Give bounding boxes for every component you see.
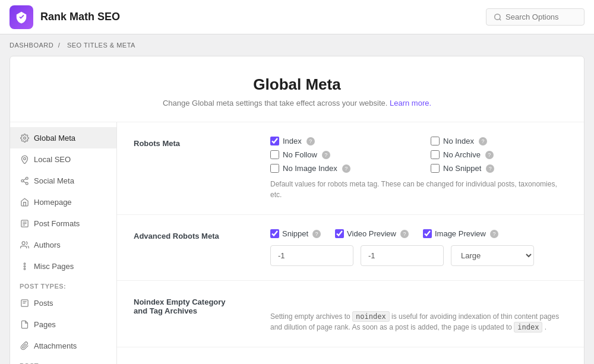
svg-point-13 [22, 241, 25, 244]
svg-line-7 [23, 181, 26, 182]
checkbox-no-archive-input[interactable] [431, 150, 440, 159]
main-container: Global Meta Change Global meta settings … [0, 56, 594, 364]
checkbox-no-snippet: No Snippet ? [431, 164, 567, 173]
users-icon [20, 240, 29, 249]
post-label: Post: [10, 356, 116, 364]
adv-snippet-help[interactable]: ? [312, 230, 321, 238]
adv-snippet-checkbox[interactable] [270, 229, 279, 238]
noindex-code-1: noindex [352, 311, 390, 322]
checkbox-no-snippet-label: No Snippet [443, 164, 481, 173]
checkbox-no-follow-input[interactable] [270, 150, 279, 159]
svg-point-3 [23, 157, 26, 160]
no-image-index-help-icon[interactable]: ? [342, 164, 350, 173]
main-content: Robots Meta Index ? [117, 122, 584, 364]
advanced-robots-control: Snippet ? Video Preview ? Image Preview [270, 229, 567, 266]
search-input[interactable] [505, 12, 577, 21]
sidebar-item-global-meta[interactable]: Global Meta [10, 127, 116, 148]
sidebar-label-misc-pages: Misc Pages [34, 262, 74, 271]
page-subtitle: Change Global meta settings that take ef… [22, 99, 572, 107]
checkbox-no-snippet-input[interactable] [431, 164, 440, 173]
checkbox-no-index-input[interactable] [431, 137, 440, 145]
sidebar-label-homepage: Homepage [34, 198, 72, 207]
noindex-code-2: index [514, 322, 542, 333]
no-index-help-icon[interactable]: ? [479, 137, 487, 145]
header: Rank Math SEO [0, 0, 594, 34]
video-value-input[interactable] [361, 245, 444, 266]
snippet-value-input[interactable] [270, 245, 353, 266]
sidebar-item-attachments[interactable]: Attachments [10, 335, 116, 356]
adv-image-help[interactable]: ? [490, 230, 498, 238]
noindex-empty-row: Noindex Empty Category and Tag Archives [117, 281, 584, 347]
svg-point-14 [24, 265, 26, 267]
svg-point-5 [21, 179, 23, 182]
home-icon [20, 197, 29, 207]
sidebar-item-posts[interactable]: Posts [10, 292, 116, 314]
page-title: Global Meta [22, 75, 572, 94]
sidebar-label-social-meta: Social Meta [34, 176, 74, 185]
checkbox-no-image-index: No Image Index ? [270, 164, 407, 173]
logo [10, 5, 33, 29]
no-archive-help-icon[interactable]: ? [485, 151, 494, 159]
search-icon [494, 13, 502, 21]
search-box[interactable] [486, 8, 584, 26]
checkbox-no-archive: No Archive ? [431, 150, 567, 159]
svg-point-6 [26, 182, 28, 185]
page-title-section: Global Meta Change Global meta settings … [10, 56, 584, 122]
advanced-robots-row: Advanced Robots Meta Snippet ? Video Pre… [117, 215, 584, 281]
adv-snippet-label: Snippet [282, 229, 308, 238]
settings-icon [20, 133, 29, 143]
content-layout: Global Meta Local SEO [10, 122, 584, 364]
robots-meta-row: Robots Meta Index ? [117, 122, 584, 215]
sidebar-item-homepage[interactable]: Homepage [10, 191, 116, 213]
sidebar-label-attachments: Attachments [34, 341, 77, 350]
sidebar-item-misc-pages[interactable]: Misc Pages [10, 255, 116, 277]
index-help-icon[interactable]: ? [307, 137, 315, 145]
adv-checkboxes-row: Snippet ? Video Preview ? Image Preview [270, 229, 567, 238]
main-card: Global Meta Change Global meta settings … [10, 56, 584, 364]
sidebar-label-post-formats: Post Formats [34, 219, 80, 228]
sidebar-item-social-meta[interactable]: Social Meta [10, 170, 116, 191]
adv-inputs-row: Large None Standard [270, 245, 567, 266]
svg-point-2 [23, 137, 26, 139]
sidebar-label-authors: Authors [34, 240, 61, 249]
logo-icon [15, 11, 28, 24]
breadcrumb-dashboard[interactable]: Dashboard [10, 42, 53, 49]
svg-point-4 [26, 177, 28, 179]
adv-video-label: Video Preview [347, 229, 396, 238]
checkbox-no-follow-label: No Follow [283, 150, 317, 159]
checkbox-no-archive-label: No Archive [443, 150, 481, 159]
checkbox-index-input[interactable] [270, 137, 279, 145]
adv-video-checkbox[interactable] [335, 229, 344, 238]
checkbox-no-follow: No Follow ? [270, 150, 407, 159]
location-icon [20, 154, 29, 164]
menu-icon [20, 261, 29, 271]
learn-more-link[interactable]: Learn more. [390, 99, 431, 107]
advanced-robots-label: Advanced Robots Meta [134, 229, 270, 240]
adv-checkbox-video-preview: Video Preview ? [335, 229, 409, 238]
svg-point-16 [24, 268, 26, 270]
post-types-label: Post Types: [10, 277, 116, 292]
file-icon [20, 219, 29, 228]
app-title: Rank Math SEO [40, 11, 120, 23]
svg-line-1 [500, 18, 501, 20]
breadcrumb: Dashboard / SEO Titles & Meta [0, 34, 594, 56]
sidebar-item-post-formats[interactable]: Post Formats [10, 213, 116, 234]
attachments-icon [20, 341, 29, 350]
sidebar-item-authors[interactable]: Authors [10, 234, 116, 255]
toggle-row [270, 295, 567, 305]
checkbox-no-index-label: No Index [443, 137, 474, 145]
adv-video-help[interactable]: ? [400, 230, 409, 238]
no-follow-help-icon[interactable]: ? [322, 151, 330, 159]
no-snippet-help-icon[interactable]: ? [486, 164, 494, 173]
adv-image-label: Image Preview [435, 229, 486, 238]
adv-checkbox-image-preview: Image Preview ? [423, 229, 498, 238]
breadcrumb-current: SEO Titles & Meta [67, 42, 135, 49]
sidebar-item-pages[interactable]: Pages [10, 314, 116, 335]
share-icon [20, 176, 29, 185]
svg-point-0 [495, 14, 500, 19]
checkbox-no-image-index-input[interactable] [270, 164, 279, 173]
header-left: Rank Math SEO [10, 5, 120, 29]
sidebar-item-local-seo[interactable]: Local SEO [10, 148, 116, 170]
image-preview-select[interactable]: Large None Standard [451, 245, 534, 266]
adv-image-checkbox[interactable] [423, 229, 432, 238]
